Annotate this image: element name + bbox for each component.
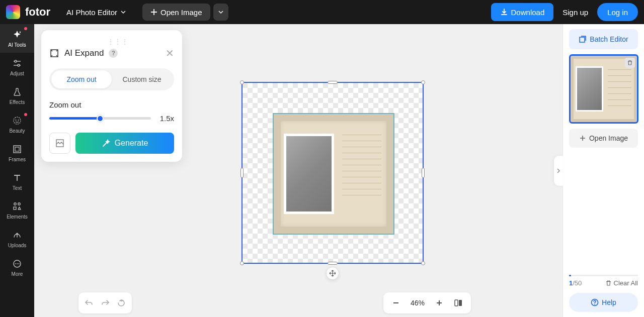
delete-thumbnail-button[interactable] [625,58,635,68]
zoom-slider-label: Zoom out [49,100,174,109]
undo-button[interactable] [82,295,97,310]
sidebar-item-adjust[interactable]: Adjust [0,53,34,81]
svg-rect-15 [459,300,462,306]
svg-point-2 [14,117,21,124]
trash-icon [605,280,612,286]
tab-zoom-out[interactable]: Zoom out [51,70,112,88]
topbar: fotor AI Photo Editor Open Image Downloa… [0,0,644,24]
editor-mode-select[interactable]: AI Photo Editor [61,5,131,20]
zoom-slider[interactable] [49,117,151,120]
original-image[interactable] [273,113,394,235]
svg-point-0 [15,60,17,62]
open-image-dropdown[interactable] [213,4,228,21]
redo-icon [101,298,110,307]
move-icon [329,270,336,277]
sidebar-item-uploads[interactable]: Uploads [0,225,34,253]
sidebar-label: Frames [9,157,26,162]
resize-handle-tr[interactable] [421,80,425,84]
help-tooltip-icon[interactable]: ? [109,49,118,58]
face-icon [12,115,23,126]
plus-icon [435,299,443,307]
sidebar-label: Text [13,185,22,191]
svg-point-8 [18,203,20,205]
zoom-out-button[interactable] [388,295,404,310]
badge-dot [24,113,27,116]
sidebar-item-text[interactable]: Text [0,167,34,196]
signup-link[interactable]: Sign up [555,8,595,17]
resize-handle-top[interactable] [328,81,338,84]
resize-handle-tl[interactable] [240,80,244,84]
wand-icon [102,139,111,148]
resize-handle-br[interactable] [421,261,425,265]
image-thumbnail[interactable] [569,54,638,124]
bottom-toolbar: 46% [68,289,481,317]
expand-boundary[interactable] [242,82,424,264]
compare-icon [55,138,65,148]
download-button[interactable]: Download [491,3,554,21]
before-after-button[interactable] [49,133,70,154]
batch-icon [579,35,587,43]
svg-point-4 [18,120,19,121]
help-icon [591,298,599,306]
sidebar-label: Effects [10,99,25,105]
more-icon [12,258,23,269]
chevron-down-icon [120,9,126,15]
left-sidebar: AI Tools Adjust Effects Beauty Frames Te… [0,24,34,317]
editor-mode-label: AI Photo Editor [66,8,117,17]
sidebar-item-beauty[interactable]: Beauty [0,110,34,139]
batch-editor-button[interactable]: Batch Editor [569,29,638,49]
zoom-in-button[interactable] [432,295,447,310]
sidebar-item-aitools[interactable]: AI Tools [0,24,34,53]
clear-all-button[interactable]: Clear All [605,279,638,287]
svg-point-12 [17,263,18,264]
minus-icon [392,299,400,307]
svg-point-13 [19,263,20,264]
svg-rect-6 [15,147,19,151]
image-content [281,121,386,227]
sidebar-label: AI Tools [8,42,26,48]
compare-view-button[interactable] [451,295,466,310]
help-label: Help [602,298,616,306]
fotor-logo[interactable] [6,5,20,19]
undo-icon [85,298,94,307]
reset-icon [117,298,126,307]
sidebar-item-frames[interactable]: Frames [0,139,34,167]
badge-dot [24,27,27,30]
svg-rect-9 [14,207,16,209]
login-button[interactable]: Log in [597,3,638,21]
sidebar-label: Elements [7,214,28,220]
chevron-right-icon [556,168,561,173]
move-handle[interactable] [326,267,339,280]
zoom-slider-thumb[interactable] [97,115,104,122]
sidebar-item-more[interactable]: More [0,253,34,282]
chevron-down-icon [218,9,224,15]
sidebar-item-elements[interactable]: Elements [0,196,34,225]
resize-handle-bottom[interactable] [328,262,338,265]
image-count-current: 1 [569,279,573,287]
redo-button[interactable] [98,295,113,310]
help-button[interactable]: Help [569,293,638,312]
svg-rect-14 [455,300,458,306]
zoom-level[interactable]: 46% [408,299,428,307]
open-image-thumb-button[interactable]: Open Image [569,129,638,148]
sliders-icon [12,58,23,69]
resize-handle-bl[interactable] [240,261,244,265]
generate-button[interactable]: Generate [75,133,174,154]
sidebar-item-effects[interactable]: Effects [0,81,34,110]
resize-handle-left[interactable] [240,168,244,178]
svg-point-7 [14,203,16,205]
brand-text: fotor [25,6,50,19]
resize-handle-right[interactable] [422,168,425,178]
svg-point-3 [16,120,17,121]
panel-title: AI Expand [64,48,104,58]
collapse-right-panel[interactable] [554,156,563,186]
sidebar-label: Adjust [10,71,24,76]
reset-button[interactable] [114,295,129,310]
svg-rect-16 [580,37,585,42]
panel-drag-handle[interactable]: ⋮⋮⋮ [49,38,174,43]
download-label: Download [511,8,545,17]
close-panel-button[interactable]: ✕ [166,47,174,59]
tab-custom-size[interactable]: Custom size [112,70,172,88]
open-image-button[interactable]: Open Image [142,4,210,21]
compare-icon [454,298,463,307]
